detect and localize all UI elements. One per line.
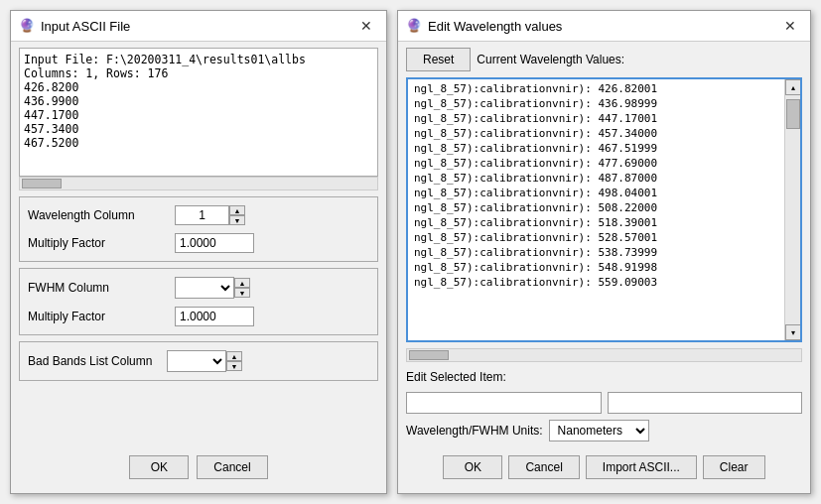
wavelength-header-row: Reset Current Wavelength Values: [406,48,802,71]
scrollbar-v-thumb [786,99,800,129]
wavelength-list-container: ngl_8_57):calibrationvnir): 426.82001ngl… [406,77,802,342]
bad-bands-section: Bad Bands List Column ▲ ▼ [19,341,378,381]
left-app-icon: 🔮 [19,18,35,34]
list-item[interactable]: ngl_8_57):calibrationvnir): 436.98999 [410,96,782,111]
reset-button[interactable]: Reset [406,48,471,71]
import-ascii-button[interactable]: Import ASCII... [586,455,697,479]
right-title-group: 🔮 Edit Wavelength values [406,18,562,34]
left-ok-button[interactable]: OK [129,455,189,479]
right-titlebar: 🔮 Edit Wavelength values ✕ [398,11,810,42]
list-item[interactable]: ngl_8_57):calibrationvnir): 457.34000 [410,126,782,141]
wavelength-column-spinner-btns: ▲ ▼ [229,205,245,225]
scrollbar-h-thumb [22,179,62,189]
fwhm-spinner-btns: ▲ ▼ [234,278,250,298]
right-dialog-footer: OK Cancel Import ASCII... Clear [406,447,802,487]
wavelength-column-input[interactable] [175,205,229,225]
list-item[interactable]: ngl_8_57):calibrationvnir): 467.51999 [410,141,782,156]
right-dialog-content: Reset Current Wavelength Values: ngl_8_5… [398,42,810,493]
units-select[interactable]: NanometersMicrometersWavenumberUnknown [549,420,649,441]
list-item[interactable]: ngl_8_57):calibrationvnir): 518.39001 [410,215,782,230]
wavelength-list-scrollbar-h-thumb [409,350,449,360]
file-info-textarea[interactable] [24,53,373,172]
left-close-button[interactable]: ✕ [354,16,378,36]
wavelength-column-down-btn[interactable]: ▼ [229,215,245,225]
list-item[interactable]: ngl_8_57):calibrationvnir): 559.09003 [410,275,782,290]
left-dialog-content: Wavelength Column ▲ ▼ Multiply Factor FW… [11,42,386,493]
units-label: Wavelength/FWHM Units: [406,424,543,438]
edit-selected-label: Edit Selected Item: [406,368,802,386]
input-ascii-dialog: 🔮 Input ASCII File ✕ Wavelength Column ▲… [10,10,387,494]
units-row: Wavelength/FWHM Units: NanometersMicrome… [406,420,802,441]
right-close-button[interactable]: ✕ [778,16,802,36]
edit-selected-input-2[interactable] [608,392,803,414]
multiply-factor-label-2: Multiply Factor [28,310,167,323]
left-cancel-button[interactable]: Cancel [197,455,267,479]
bad-bands-label: Bad Bands List Column [28,354,167,368]
fwhm-up-btn[interactable]: ▲ [234,278,250,288]
edit-wavelength-dialog: 🔮 Edit Wavelength values ✕ Reset Current… [397,10,811,494]
current-wavelength-label: Current Wavelength Values: [477,53,624,66]
file-info-scrollbar-h[interactable] [19,177,378,190]
wavelength-column-up-btn[interactable]: ▲ [229,205,245,215]
bad-bands-up-btn[interactable]: ▲ [226,351,242,361]
fwhm-column-label: FWHM Column [28,281,167,295]
wavelength-list-scrollbar-h[interactable] [406,348,802,362]
scrollbar-v-down-btn[interactable]: ▾ [785,324,801,340]
wavelength-column-label: Wavelength Column [28,208,167,222]
fwhm-column-select[interactable] [175,277,234,299]
right-cancel-button[interactable]: Cancel [508,455,579,479]
bad-bands-select[interactable] [167,350,226,372]
edit-selected-inputs [406,392,802,414]
bad-bands-spinner-btns: ▲ ▼ [226,351,242,371]
clear-button[interactable]: Clear [703,455,765,479]
right-app-icon: 🔮 [406,18,422,34]
scrollbar-v-track [785,95,800,324]
bad-bands-spinner: ▲ ▼ [167,350,369,372]
fwhm-down-btn[interactable]: ▼ [234,288,250,298]
scrollbar-v-up-btn[interactable]: ▴ [785,79,801,95]
bad-bands-down-btn[interactable]: ▼ [226,361,242,371]
wavelength-column-spinner: ▲ ▼ [175,205,369,225]
list-item[interactable]: ngl_8_57):calibrationvnir): 548.91998 [410,260,782,275]
left-dialog-footer: OK Cancel [19,447,378,487]
list-item[interactable]: ngl_8_57):calibrationvnir): 528.57001 [410,230,782,245]
list-item[interactable]: ngl_8_57):calibrationvnir): 426.82001 [410,81,782,96]
right-ok-button[interactable]: OK [443,455,502,479]
multiply-factor-input-1[interactable] [175,233,254,253]
left-titlebar: 🔮 Input ASCII File ✕ [11,11,386,42]
list-item[interactable]: ngl_8_57):calibrationvnir): 477.69000 [410,156,782,171]
wavelength-scrollbar-v[interactable]: ▴ ▾ [784,79,800,340]
list-item[interactable]: ngl_8_57):calibrationvnir): 538.73999 [410,245,782,260]
list-item[interactable]: ngl_8_57):calibrationvnir): 487.87000 [410,171,782,186]
right-dialog-title: Edit Wavelength values [428,19,562,34]
edit-selected-input-1[interactable] [406,392,602,414]
list-item[interactable]: ngl_8_57):calibrationvnir): 447.17001 [410,111,782,126]
list-item[interactable]: ngl_8_57):calibrationvnir): 508.22000 [410,200,782,215]
fwhm-section: FWHM Column ▲ ▼ Multiply Factor [19,268,378,335]
multiply-factor-input-2[interactable] [175,307,254,326]
file-info-box [19,48,378,177]
wavelength-column-section: Wavelength Column ▲ ▼ Multiply Factor [19,196,378,262]
fwhm-column-spinner: ▲ ▼ [175,277,369,299]
list-item[interactable]: ngl_8_57):calibrationvnir): 498.04001 [410,186,782,200]
wavelength-list[interactable]: ngl_8_57):calibrationvnir): 426.82001ngl… [408,79,784,340]
multiply-factor-label-1: Multiply Factor [28,236,167,250]
left-title-group: 🔮 Input ASCII File [19,18,130,34]
left-dialog-title: Input ASCII File [41,19,130,34]
